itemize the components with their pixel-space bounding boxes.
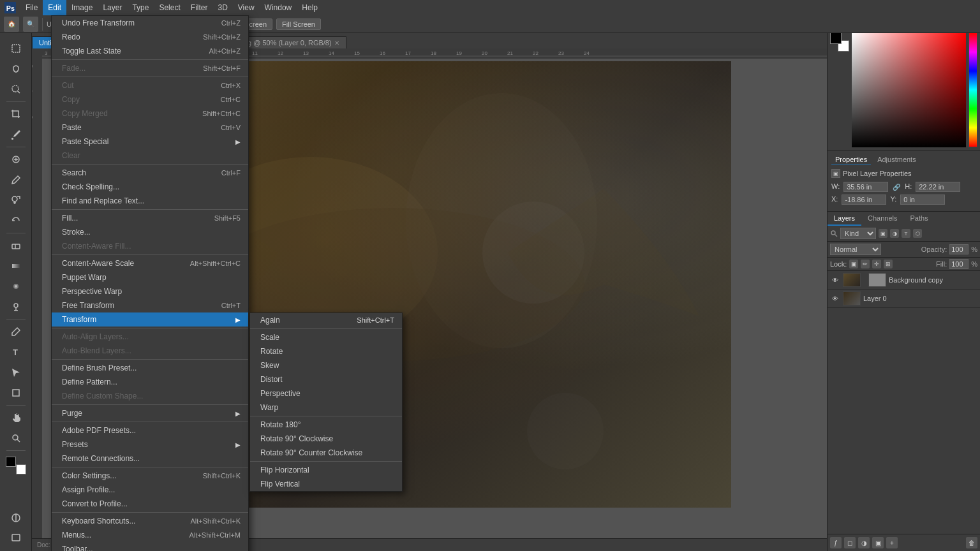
tool-eraser[interactable] — [4, 235, 27, 256]
menu-remote-connections[interactable]: Remote Connections... — [52, 452, 248, 466]
lock-move[interactable]: ✛ — [872, 260, 881, 268]
menu-edit[interactable]: Edit — [43, 0, 66, 15]
submenu-flip-h[interactable]: Flip Horizontal — [250, 463, 402, 477]
menu-convert-profile[interactable]: Convert to Profile... — [52, 497, 248, 511]
x-field[interactable] — [842, 195, 886, 205]
submenu-rotate[interactable]: Rotate — [250, 344, 402, 358]
layer-delete-btn[interactable]: 🗑 — [966, 537, 977, 548]
fg-color-swatch[interactable] — [6, 457, 16, 467]
lock-transparent[interactable]: ▣ — [849, 260, 858, 268]
tool-zoom[interactable] — [4, 428, 27, 448]
menu-transform[interactable]: Transform ▶ Again Shift+Ctrl+T Scale Rot… — [52, 312, 248, 327]
submenu-flip-v[interactable]: Flip Vertical — [250, 477, 402, 491]
menu-perspective-warp[interactable]: Perspective Warp — [52, 284, 248, 298]
tool-lasso[interactable] — [4, 59, 27, 79]
layer-visibility-0[interactable]: 👁 — [830, 293, 840, 304]
menu-auto-align[interactable]: Auto-Align Layers... — [52, 330, 248, 344]
search-button[interactable]: 🔍 — [23, 17, 38, 32]
tool-clone-stamp[interactable] — [4, 190, 27, 210]
menu-define-shape[interactable]: Define Custom Shape... — [52, 389, 248, 403]
layer-effects-btn[interactable]: ƒ — [830, 537, 842, 548]
paths-tab[interactable]: Paths — [904, 212, 935, 226]
submenu-perspective[interactable]: Perspective — [250, 386, 402, 400]
opacity-input[interactable] — [949, 244, 969, 254]
menu-search[interactable]: Search Ctrl+F — [52, 166, 248, 180]
menu-redo[interactable]: Redo Shift+Ctrl+Z — [52, 30, 248, 44]
home-button[interactable]: 🏠 — [4, 17, 19, 32]
color-picker[interactable] — [4, 455, 27, 476]
menu-define-brush[interactable]: Define Brush Preset... — [52, 361, 248, 375]
layer-filter-pixel[interactable]: ▣ — [879, 229, 887, 238]
submenu-again[interactable]: Again Shift+Ctrl+T — [250, 313, 402, 327]
menu-define-pattern[interactable]: Define Pattern... — [52, 375, 248, 389]
menu-type[interactable]: Type — [127, 0, 154, 15]
tool-history-brush[interactable] — [4, 210, 27, 231]
fg-bg-colors[interactable] — [830, 33, 849, 52]
menu-copy-merged[interactable]: Copy Merged Shift+Ctrl+C — [52, 107, 248, 121]
layer-new-btn[interactable]: + — [886, 537, 898, 548]
menu-auto-blend[interactable]: Auto-Blend Layers... — [52, 344, 248, 358]
submenu-rotate180[interactable]: Rotate 180° — [250, 418, 402, 432]
lock-paint[interactable]: ✏ — [861, 260, 870, 268]
channels-tab[interactable]: Channels — [861, 212, 903, 226]
tool-screen-mode[interactable] — [4, 528, 27, 548]
menu-keyboard-shortcuts[interactable]: Keyboard Shortcuts... Alt+Shift+Ctrl+K — [52, 514, 248, 528]
layer-mask-btn[interactable]: ◻ — [844, 537, 856, 548]
menu-window[interactable]: Window — [260, 0, 297, 15]
menu-pdf-presets[interactable]: Adobe PDF Presets... — [52, 423, 248, 437]
tool-quick-selection[interactable] — [4, 79, 27, 99]
hue-slider[interactable] — [969, 33, 977, 147]
menu-toggle-last-state[interactable]: Toggle Last State Alt+Ctrl+Z — [52, 44, 248, 58]
submenu-rotate90cw[interactable]: Rotate 90° Clockwise — [250, 432, 402, 446]
tool-shape[interactable] — [4, 383, 27, 403]
layer-kind-select[interactable]: Kind Name Effect — [840, 228, 876, 239]
menu-image[interactable]: Image — [66, 0, 98, 15]
height-field[interactable] — [916, 182, 960, 192]
menu-clear[interactable]: Clear — [52, 149, 248, 163]
menu-undo[interactable]: Undo Free Transform Ctrl+Z — [52, 16, 248, 30]
tool-crop[interactable] — [4, 104, 27, 124]
y-field[interactable] — [900, 195, 945, 205]
menu-puppet-warp[interactable]: Puppet Warp — [52, 270, 248, 284]
menu-paste[interactable]: Paste Ctrl+V — [52, 121, 248, 135]
menu-content-aware-fill[interactable]: Content-Aware Fill... — [52, 239, 248, 253]
submenu-rotate90ccw[interactable]: Rotate 90° Counter Clockwise — [250, 446, 402, 460]
blend-mode-select[interactable]: Normal Multiply Screen Overlay — [830, 244, 881, 255]
tool-healing-brush[interactable] — [4, 149, 27, 170]
menu-presets[interactable]: Presets ▶ — [52, 437, 248, 452]
layer-filter-type[interactable]: T — [902, 229, 910, 238]
tab-close-1[interactable]: ✕ — [334, 40, 339, 47]
submenu-scale[interactable]: Scale — [250, 330, 402, 344]
menu-toolbar[interactable]: Toolbar... — [52, 542, 248, 551]
layers-tab[interactable]: Layers — [828, 212, 861, 226]
menu-file[interactable]: File — [20, 0, 43, 15]
menu-purge[interactable]: Purge ▶ — [52, 406, 248, 420]
submenu-skew[interactable]: Skew — [250, 358, 402, 372]
layer-filter-shape[interactable]: ⬡ — [913, 229, 922, 238]
menu-fade[interactable]: Fade... Shift+Ctrl+F — [52, 61, 248, 75]
tool-path-selection[interactable] — [4, 362, 27, 383]
menu-cut[interactable]: Cut Ctrl+X — [52, 78, 248, 92]
menu-layer[interactable]: Layer — [98, 0, 127, 15]
fill-screen-btn[interactable]: Fill Screen — [276, 18, 321, 30]
properties-tab[interactable]: Properties — [831, 154, 871, 165]
tool-pen[interactable] — [4, 321, 27, 342]
tool-blur[interactable] — [4, 276, 27, 297]
fg-color-large[interactable] — [830, 33, 842, 44]
menu-copy[interactable]: Copy Ctrl+C — [52, 92, 248, 107]
layer-background-copy[interactable]: 👁 Background copy — [828, 271, 980, 290]
menu-content-aware-scale[interactable]: Content-Aware Scale Alt+Shift+Ctrl+C — [52, 256, 248, 270]
link-icon[interactable]: 🔗 — [892, 182, 901, 191]
menu-free-transform[interactable]: Free Transform Ctrl+T — [52, 298, 248, 312]
layer-adjustment-btn[interactable]: ◑ — [858, 537, 870, 548]
tool-brush[interactable] — [4, 170, 27, 190]
menu-filter[interactable]: Filter — [186, 0, 213, 15]
menu-color-settings[interactable]: Color Settings... Shift+Ctrl+K — [52, 469, 248, 483]
tool-type[interactable]: T — [4, 342, 27, 362]
layer-layer0[interactable]: 👁 Layer 0 — [828, 290, 980, 308]
menu-view[interactable]: View — [233, 0, 260, 15]
bg-color-swatch[interactable] — [16, 464, 26, 474]
menu-paste-special[interactable]: Paste Special ▶ — [52, 135, 248, 149]
menu-help[interactable]: Help — [297, 0, 323, 15]
menu-select[interactable]: Select — [154, 0, 185, 15]
